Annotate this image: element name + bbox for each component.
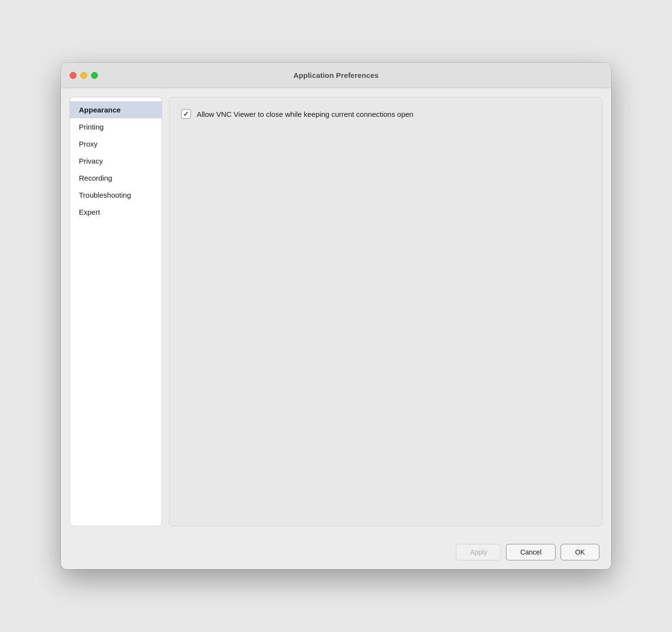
apply-button[interactable]: Apply — [456, 544, 501, 560]
ok-button[interactable]: OK — [560, 544, 599, 560]
allow-close-checkbox[interactable] — [181, 109, 191, 119]
minimize-button[interactable] — [80, 72, 87, 79]
window-body: Appearance Printing Proxy Privacy Record… — [61, 88, 611, 535]
content-area: Allow VNC Viewer to close while keeping … — [169, 97, 602, 526]
sidebar-item-privacy[interactable]: Privacy — [70, 152, 162, 169]
sidebar-item-proxy[interactable]: Proxy — [70, 135, 162, 152]
window-title: Application Preferences — [293, 71, 378, 79]
sidebar-item-recording[interactable]: Recording — [70, 169, 162, 186]
cancel-button[interactable]: Cancel — [506, 544, 556, 560]
sidebar-item-appearance[interactable]: Appearance — [70, 101, 162, 118]
maximize-button[interactable] — [91, 72, 98, 79]
allow-close-label: Allow VNC Viewer to close while keeping … — [197, 110, 413, 118]
window-controls — [70, 72, 98, 79]
preference-row: Allow VNC Viewer to close while keeping … — [181, 109, 590, 119]
application-window: Application Preferences Appearance Print… — [61, 63, 611, 569]
window-footer: Apply Cancel OK — [61, 535, 611, 569]
allow-close-checkbox-wrapper[interactable]: Allow VNC Viewer to close while keeping … — [181, 109, 413, 119]
close-button[interactable] — [70, 72, 76, 79]
titlebar: Application Preferences — [61, 63, 611, 88]
sidebar-item-troubleshooting[interactable]: Troubleshooting — [70, 186, 162, 204]
sidebar-item-expert[interactable]: Expert — [70, 204, 162, 221]
sidebar-item-printing[interactable]: Printing — [70, 118, 162, 135]
sidebar: Appearance Printing Proxy Privacy Record… — [70, 97, 162, 526]
